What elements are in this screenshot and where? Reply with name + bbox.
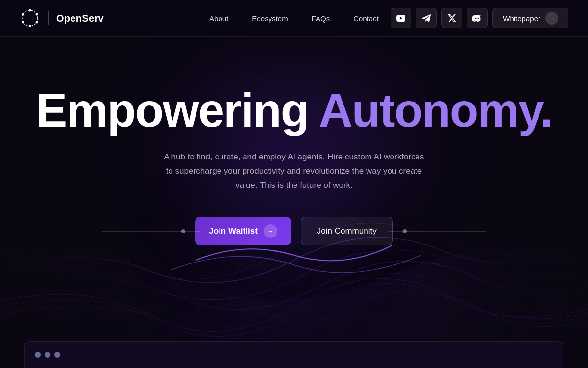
whitepaper-button[interactable]: Whitepaper → [492,8,568,28]
nav-link-about[interactable]: About [209,14,228,23]
hero-title: Empowering Autonomy. [36,86,552,135]
svg-point-0 [22,10,38,26]
telegram-button[interactable] [416,8,437,28]
browser-dot-3 [54,352,60,358]
svg-point-3 [36,21,38,24]
svg-point-2 [36,13,38,16]
brand-name: OpenServ [56,13,104,24]
browser-dot-1 [35,352,41,358]
twitter-button[interactable] [441,8,462,28]
youtube-button[interactable] [391,8,411,28]
nav-link-contact[interactable]: Contact [353,14,379,23]
cta-dot-right [403,229,407,233]
discord-button[interactable] [467,8,488,28]
svg-point-1 [29,9,31,12]
whitepaper-arrow-icon: → [545,12,558,25]
hero-section: Empowering Autonomy. A hub to find, cura… [0,37,588,245]
nav-link-faqs[interactable]: FAQs [312,14,330,23]
nav-links: About Ecosystem FAQs Contact [209,14,379,23]
nav-link-ecosystem[interactable]: Ecosystem [252,14,288,23]
browser-bar [24,341,564,368]
cta-dot-left [181,229,185,233]
hero-subtitle: A hub to find, curate, and employ AI age… [162,150,426,193]
hero-title-part1: Empowering [36,84,318,136]
navbar: OpenServ About Ecosystem FAQs Contact [0,0,588,37]
svg-point-4 [29,25,31,27]
join-community-button[interactable]: Join Community [301,217,393,245]
browser-dot-2 [45,352,50,358]
hero-title-part2: Autonomy. [319,84,552,136]
svg-point-5 [22,21,24,24]
waitlist-arrow-icon: → [264,224,277,238]
cta-row: Join Waitlist → Join Community [195,217,392,245]
nav-divider [48,11,49,25]
nav-right: Whitepaper → [391,8,568,28]
logo-icon [20,8,40,28]
join-waitlist-button[interactable]: Join Waitlist → [195,217,291,245]
nav-brand: OpenServ [20,8,104,28]
svg-point-6 [22,13,24,16]
